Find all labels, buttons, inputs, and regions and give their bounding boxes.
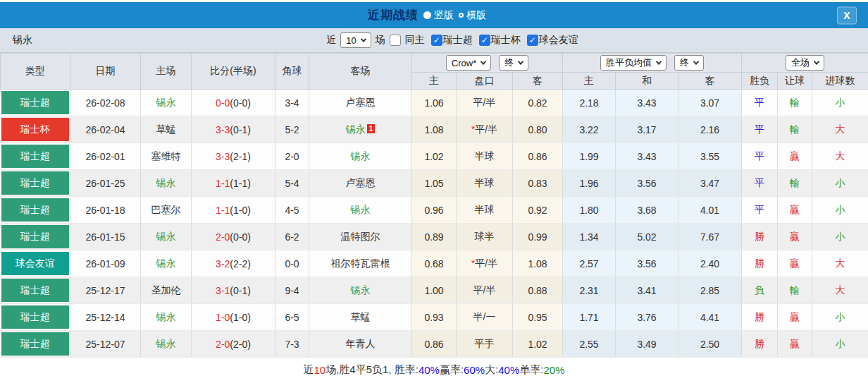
crow-away-odds-cell: 0.82 [513,90,563,116]
odds-type-select[interactable]: 胜平负均值 [600,55,666,71]
league-type-cell: 瑞士超 [1,331,70,358]
away-team-cell: 卢塞恩 [309,90,412,116]
handicap-result-cell: 贏 [778,304,812,331]
table-row: 瑞士超 25-12-07 锡永 2-0(2-0) 7-3 年青人 0.86 平手… [1,331,868,358]
score-cell: 3-3(0-1) [192,116,275,143]
avg-draw-odds-cell: 3.49 [616,331,678,358]
odds-time-select[interactable]: 终 [674,55,704,71]
away-team-cell: 锡永 [309,197,412,224]
page-title: 近期战绩 [368,7,418,23]
league-checkbox-cup[interactable] [479,35,490,46]
handicap-cell: 半球 [457,170,513,197]
home-team-cell: 锡永 [141,90,192,116]
avg-away-odds-cell: 2.16 [678,116,742,143]
home-team-cell: 巴塞尔 [141,197,192,224]
bookmaker-time-select[interactable]: 终 [499,55,528,71]
fulltime-score: 2-0 [216,231,230,243]
vertical-layout-label: 竖版 [434,9,454,22]
scope-select-group: 全场 [742,54,868,73]
halftime-score: (2-1) [230,151,251,162]
home-team-cell: 锡永 [141,250,192,277]
crow-away-odds-cell: 0.88 [513,277,563,304]
league-type-cell: 瑞士超 [1,304,70,331]
goals-result-cell: 小 [812,170,868,197]
horizontal-layout-label: 横版 [466,9,486,22]
table-row: 瑞士超 25-12-17 圣加伦 3-1(0-1) 9-4 锡永 1.00 平/… [1,277,868,304]
match-count-select[interactable]: 10 [340,32,371,48]
league-checkbox-super[interactable] [431,35,442,46]
horizontal-layout-radio[interactable]: 横版 [459,9,486,22]
bookmaker-select[interactable]: Crow* [446,55,491,71]
chevron-down-icon [518,59,523,64]
goals-result-cell: 小 [812,224,868,250]
avg-home-odds-cell: 1.96 [563,170,616,197]
league-checkbox-friendly[interactable] [527,35,538,46]
halftime-score: (1-1) [230,178,251,189]
red-card-badge: 1 [367,124,376,133]
crow-home-odds-cell: 1.05 [412,170,457,197]
avg-away-odds-cell: 2.85 [678,277,742,304]
same-home-checkbox[interactable] [390,35,401,46]
corner-cell: 2-0 [275,143,309,170]
league-type-cell: 瑞士超 [1,197,70,224]
close-button[interactable]: X [837,6,857,24]
crow-home-odds-cell: 0.96 [412,197,457,224]
handicap-result-cell: 贏 [778,250,812,277]
vertical-layout-radio[interactable]: 竖版 [423,9,454,22]
filter-bar: 锡永 近 10 场 同主 瑞士超 瑞士杯 球会友谊 [0,28,868,53]
fulltime-score: 1-1 [216,205,230,216]
handicap-result-cell: 輸 [778,116,812,143]
handicap-result-cell: 贏 [778,331,812,358]
summary-segment: 场,胜4平5负1, 胜率: [326,363,418,376]
halftime-score: (0-1) [230,124,251,135]
scope-select[interactable]: 全场 [786,55,824,71]
handicap-cell: *平/半 [457,116,513,143]
table-row: 瑞士超 26-02-08 锡永 0-0(0-0) 3-4 卢塞恩 1.06 平/… [1,90,868,116]
corner-cell: 6-2 [275,224,309,250]
halftime-score: (0-0) [230,97,251,109]
crow-home-odds-cell: 0.93 [412,304,457,331]
result-cell: 勝 [742,250,778,277]
away-team-name: 年青人 [346,338,376,349]
handicap-result-cell: 贏 [778,143,812,170]
handicap-cell: 半球 [457,143,513,170]
away-team-cell: 草蜢 [309,304,412,331]
fulltime-score: 3-3 [216,151,230,162]
score-cell: 3-2(2-2) [192,250,275,277]
summary-segment: 40% [498,364,519,376]
fulltime-score: 1-1 [216,178,230,189]
away-team-cell: 祖尔特瓦雷根 [309,250,412,277]
goals-result-cell: 大 [812,277,868,304]
corner-cell: 4-5 [275,197,309,224]
handicap-cell: 球半 [457,224,513,250]
avg-home-odds-cell: 1.71 [563,304,616,331]
result-cell: 平 [742,170,778,197]
score-cell: 3-1(0-1) [192,277,275,304]
bookmaker-time-value: 终 [504,56,514,69]
table-row: 瑞士超 26-02-01 塞维特 3-3(2-1) 2-0 锡永 1.02 半球… [1,143,868,170]
subheader-crow-home: 主 [412,73,457,90]
league-type-cell: 瑞士超 [1,170,70,197]
home-team-cell: 锡永 [141,170,192,197]
league-type-cell: 瑞士杯 [1,116,70,143]
away-team-cell: 温特图尔 [309,224,412,250]
handicap-value: 平/半 [473,284,496,296]
home-team-cell: 锡永 [141,224,192,250]
crow-away-odds-cell: 0.80 [513,116,563,143]
table-row: 瑞士超 26-01-18 巴塞尔 1-1(1-0) 4-5 锡永 0.96 半球… [1,197,868,224]
header-corner: 角球 [275,54,309,90]
fulltime-score: 3-3 [216,124,230,135]
away-team-name: 卢塞恩 [346,97,376,108]
same-home-label: 同主 [405,34,425,47]
avg-home-odds-cell: 2.57 [563,250,616,277]
fulltime-score: 0-0 [216,97,230,109]
crow-select-group: Crow* 终 [412,54,563,73]
score-cell: 2-0(0-0) [192,224,275,250]
avg-away-odds-cell: 2.50 [678,331,742,358]
summary-segment: 单率: [519,363,543,376]
handicap-value: 球半 [475,231,495,242]
crow-home-odds-cell: 0.68 [412,250,457,277]
league-type-badge: 瑞士超 [1,198,70,222]
league-type-cell: 瑞士超 [1,277,70,304]
avg-away-odds-cell: 3.47 [678,170,742,197]
